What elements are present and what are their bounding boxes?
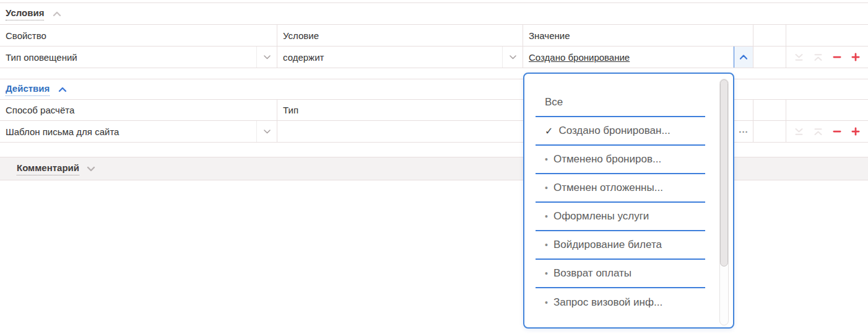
- collapse-conditions-icon[interactable]: [53, 11, 61, 17]
- condition-row-actions: [786, 46, 868, 68]
- add-row-icon[interactable]: [851, 127, 860, 136]
- dropdown-item-label: Оформлены услуги: [553, 210, 649, 223]
- conditions-col-value: Значение: [523, 25, 753, 46]
- remove-row-icon[interactable]: [833, 53, 841, 61]
- condition-row-empty-cell: [753, 46, 786, 68]
- dropdown-item-label: Возврат оплаты: [553, 267, 631, 280]
- conditions-col-actions: [786, 25, 868, 46]
- collapse-actions-icon[interactable]: [58, 87, 67, 92]
- bullet-icon: •: [545, 268, 548, 278]
- condition-value: содержит: [277, 52, 502, 63]
- bullet-icon: •: [545, 240, 548, 250]
- move-to-top-icon[interactable]: [814, 53, 823, 61]
- remove-row-icon[interactable]: [833, 127, 841, 136]
- bullet-icon: •: [545, 154, 548, 164]
- dropdown-item-label: Войдирование билета: [553, 239, 662, 251]
- section-title-conditions[interactable]: Условия: [6, 7, 44, 20]
- dropdown-item-label: Все: [545, 96, 563, 108]
- chevron-up-icon: [740, 55, 747, 60]
- rule-editor: Условия Свойство Условие Значение Тип оп…: [0, 0, 868, 336]
- dropdown-item-all[interactable]: Все: [536, 89, 705, 117]
- action-row-actions: [786, 121, 868, 142]
- dropdown-item[interactable]: • Отменено брониров...: [536, 146, 705, 174]
- bullet-icon: •: [545, 298, 548, 307]
- value-combobox-open[interactable]: Создано бронирование: [523, 46, 753, 68]
- dropdown-item-selected[interactable]: ✓ Создано бронирован...: [536, 117, 705, 146]
- dropdown-list: Все ✓ Создано бронирован... • Отменено б…: [524, 74, 733, 317]
- dropdown-item[interactable]: • Оформлены услуги: [536, 203, 705, 231]
- conditions-header-row: Свойство Условие Значение: [0, 25, 868, 46]
- add-row-icon[interactable]: [851, 53, 860, 61]
- condition-combobox[interactable]: содержит: [277, 46, 523, 68]
- section-gap: [0, 68, 868, 79]
- dropdown-item[interactable]: • Войдирование билета: [536, 231, 705, 260]
- section-title-actions[interactable]: Действия: [6, 83, 50, 96]
- action-row: Шаблон письма для сайта ...: [0, 121, 868, 143]
- property-combobox[interactable]: Тип оповещений: [0, 46, 277, 68]
- actions-header-row: Способ расчёта Тип: [0, 100, 868, 121]
- move-to-bottom-icon[interactable]: [794, 53, 804, 61]
- section-gap: [0, 143, 868, 157]
- dropdown-item[interactable]: • Отменен отложенны...: [536, 174, 705, 203]
- method-combobox[interactable]: Шаблон письма для сайта: [0, 121, 277, 142]
- actions-col-method: Способ расчёта: [0, 100, 277, 120]
- dropdown-item-label: Создано бронирован...: [558, 125, 670, 137]
- property-value: Тип оповещений: [0, 52, 256, 63]
- ellipsis-icon: ...: [739, 128, 749, 131]
- value-dropdown-panel: Все ✓ Создано бронирован... • Отменено б…: [523, 73, 734, 329]
- dropdown-item[interactable]: • Запрос визовой инф...: [536, 288, 705, 317]
- conditions-col-empty: [753, 25, 786, 46]
- section-title-comment[interactable]: Комментарий: [17, 162, 79, 175]
- check-icon: ✓: [545, 125, 553, 137]
- dropdown-scrollbar[interactable]: [719, 79, 729, 325]
- dropdown-item-label: Отменен отложенны...: [553, 182, 663, 194]
- method-value: Шаблон письма для сайта: [0, 126, 256, 137]
- value-dropdown-button[interactable]: [734, 46, 753, 68]
- section-header-actions: Действия: [0, 79, 868, 100]
- actions-col-actions: [786, 100, 868, 120]
- bullet-icon: •: [545, 211, 548, 221]
- property-dropdown-button[interactable]: [256, 46, 277, 68]
- dropdown-item-label: Отменено брониров...: [553, 153, 661, 166]
- method-dropdown-button[interactable]: [256, 121, 277, 142]
- dropdown-item[interactable]: • Возврат оплаты: [536, 260, 705, 288]
- expand-comment-icon[interactable]: [87, 166, 95, 172]
- move-to-bottom-icon[interactable]: [794, 128, 804, 136]
- chevron-down-icon: [264, 55, 271, 60]
- actions-col-empty: [753, 100, 786, 120]
- dropdown-scrollbar-thumb[interactable]: [720, 79, 728, 267]
- chevron-down-icon: [510, 55, 516, 60]
- condition-dropdown-button[interactable]: [502, 46, 523, 68]
- condition-row: Тип оповещений содержит Создано брониров…: [0, 46, 868, 68]
- bullet-icon: •: [545, 183, 548, 193]
- conditions-col-condition: Условие: [277, 25, 523, 46]
- type-picker-button[interactable]: ...: [734, 121, 753, 142]
- section-header-comment: Комментарий: [0, 157, 868, 180]
- chevron-down-icon: [264, 130, 271, 134]
- move-to-top-icon[interactable]: [814, 128, 823, 136]
- conditions-col-property: Свойство: [0, 25, 277, 46]
- action-row-empty-cell: [753, 121, 786, 142]
- value-link[interactable]: Создано бронирование: [523, 52, 734, 63]
- dropdown-item-label: Запрос визовой инф...: [553, 296, 662, 309]
- section-header-conditions: Условия: [0, 2, 868, 25]
